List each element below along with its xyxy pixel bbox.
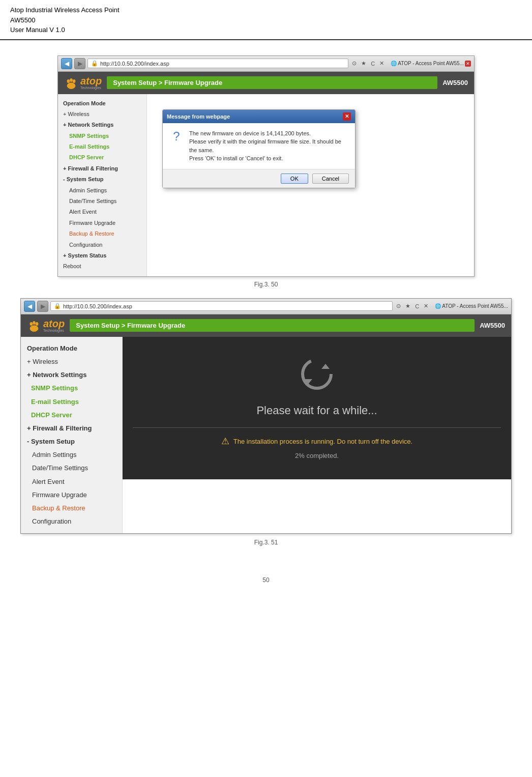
back-button-1[interactable]: ◀ [61,58,72,69]
spinner-icon [299,356,335,394]
forward-button-1[interactable]: ▶ [74,58,85,69]
sidebar2-email[interactable]: E-mail Settings [21,395,122,409]
logo-brand-1: atop [80,76,102,86]
web-header-title-2: System Setup > Firmware Upgrade [70,319,475,332]
sidebar2-dhcp[interactable]: DHCP Server [21,409,122,422]
browser-controls-1: ⊙ ★ C ✕ [350,60,386,67]
progress-text: 2% completed. [295,452,339,459]
dialog-cancel-button-1[interactable]: Cancel [312,174,349,184]
web-header-2: atop Technologies System Setup > Firmwar… [21,314,511,337]
tab-label-2: ATOP - Access Point AW55... [442,303,508,309]
dialog-message-1: The new firmware on device is 14,141,200… [189,129,349,163]
logo-text-1: atop Technologies [80,76,102,90]
sidebar-datetime-1[interactable]: Date/Time Settings [58,196,146,207]
web-sidebar-2: Operation Mode + Wireless + Network Sett… [21,337,123,534]
back-button-2[interactable]: ◀ [24,301,35,312]
sidebar2-admin[interactable]: Admin Settings [21,448,122,462]
svg-point-5 [30,322,33,326]
sidebar-firewall-1[interactable]: + Firewall & Filtering [58,163,146,174]
refresh-icon-2[interactable]: C [413,303,421,310]
web-header-model-2: AW5500 [480,322,505,329]
url-text-1: http://10.0.50.200/index.asp [100,61,169,67]
dialog-titlebar-1: Message from webpage ✕ [163,110,355,123]
sidebar-wireless-1[interactable]: + Wireless [58,109,146,120]
doc-title-line3: User Manual V 1.0 [10,25,522,35]
sidebar-snmp-1[interactable]: SNMP Settings [58,131,146,141]
forward-button-2[interactable]: ▶ [37,301,48,312]
atop-logo-2: atop Technologies [27,319,65,333]
web-header-model-1: AW5500 [442,79,468,87]
sidebar-system-setup-1[interactable]: - System Setup [58,174,146,185]
refresh-icon-1[interactable]: C [369,60,376,67]
sidebar-alert-1[interactable]: Alert Event [58,207,146,217]
search-icon-1[interactable]: ⊙ [350,60,358,67]
dialog-box-1: Message from webpage ✕ ? The new firmwar… [162,109,356,188]
page-number: 50 [0,566,532,589]
logo-brand-2: atop [43,319,65,329]
browser-controls-2: ⊙ ★ C ✕ [395,302,430,310]
url-bar-1[interactable]: 🔒 http://10.0.50.200/index.asp [87,59,348,68]
sidebar-dhcp-1[interactable]: DHCP Server [58,152,146,163]
dialog-ok-button-1[interactable]: OK [281,174,308,184]
warning-triangle-icon: ⚠ [221,436,229,447]
svg-point-3 [73,79,76,83]
web-header-title-1: System Setup > Firmware Upgrade [107,76,437,89]
warning-text: The installation process is running. Do … [233,438,412,445]
svg-point-2 [70,78,73,81]
web-main-1: Message from webpage ✕ ? The new firmwar… [147,94,474,276]
logo-text-2: atop Technologies [43,319,65,332]
dialog-buttons-1: OK Cancel [163,169,355,188]
bookmark-icon-2[interactable]: ★ [404,302,412,310]
spinner-svg [299,356,335,392]
sidebar-config-1[interactable]: Configuration [58,240,146,250]
sidebar2-alert[interactable]: Alert Event [21,475,122,488]
document-header: Atop Industrial Wireless Access Point AW… [0,0,532,40]
sidebar-backup-1[interactable]: Backup & Restore [58,228,146,239]
svg-point-6 [33,321,36,325]
web-header-1: atop Technologies System Setup > Firmwar… [58,72,474,94]
browser-screenshot-1: ◀ ▶ 🔒 http://10.0.50.200/index.asp ⊙ ★ C… [57,55,475,277]
url-icon-1: 🔒 [91,60,98,67]
waiting-area: Please wait for a while... ⚠ The install… [123,337,511,479]
sidebar2-backup[interactable]: Backup & Restore [21,502,122,515]
web-page-1: atop Technologies System Setup > Firmwar… [58,72,474,276]
svg-point-8 [303,360,331,388]
bookmark-icon-1[interactable]: ★ [360,60,368,67]
doc-title-line1: Atop Industrial Wireless Access Point [10,5,522,15]
sidebar2-config[interactable]: Configuration [21,515,122,528]
svg-point-1 [67,79,70,83]
sidebar2-snmp[interactable]: SNMP Settings [21,382,122,395]
svg-marker-9 [321,364,330,369]
url-icon-2: 🔒 [54,303,61,309]
sidebar-reboot-1[interactable]: Reboot [58,261,146,272]
sidebar-firmware-1[interactable]: Firmware Upgrade [58,218,146,228]
logo-tagline-1: Technologies [80,86,102,90]
search-icon-2[interactable]: ⊙ [395,302,402,310]
sidebar2-firmware[interactable]: Firmware Upgrade [21,488,122,502]
sidebar-email-1[interactable]: E-mail Settings [58,141,146,152]
sidebar2-datetime[interactable]: Date/Time Settings [21,462,122,475]
fig2-caption: Fig.3. 51 [20,539,512,546]
svg-point-7 [36,322,39,326]
tab-close-1[interactable]: ✕ [465,61,471,67]
dialog-info-icon-1: ? [169,129,184,143]
sidebar2-system-setup[interactable]: - System Setup [21,435,122,448]
browser-toolbar-1: ◀ ▶ 🔒 http://10.0.50.200/index.asp ⊙ ★ C… [58,56,474,72]
sidebar2-network-settings[interactable]: + Network Settings [21,368,122,382]
sidebar2-operation-mode[interactable]: Operation Mode [21,342,122,355]
dialog-title-1: Message from webpage [167,113,230,120]
url-bar-2[interactable]: 🔒 http://10.0.50.200/index.asp [50,301,393,311]
close-icon-1[interactable]: ✕ [378,60,386,67]
sidebar-system-status-1[interactable]: + System Status [58,250,146,261]
sidebar-network-settings-1[interactable]: + Network Settings [58,120,146,130]
sidebar-admin-1[interactable]: Admin Settings [58,185,146,196]
doc-title-line2: AW5500 [10,15,522,25]
sidebar2-firewall[interactable]: + Firewall & Filtering [21,422,122,435]
close-icon-2[interactable]: ✕ [422,302,430,310]
dialog-close-btn-1[interactable]: ✕ [343,112,351,121]
browser-screenshot-2: ◀ ▶ 🔒 http://10.0.50.200/index.asp ⊙ ★ C… [20,298,512,534]
url-text-2: http://10.0.50.200/index.asp [63,303,132,309]
sidebar2-wireless[interactable]: + Wireless [21,355,122,368]
sidebar-operation-mode-1[interactable]: Operation Mode [58,98,146,109]
logo-svg-1 [64,76,78,90]
